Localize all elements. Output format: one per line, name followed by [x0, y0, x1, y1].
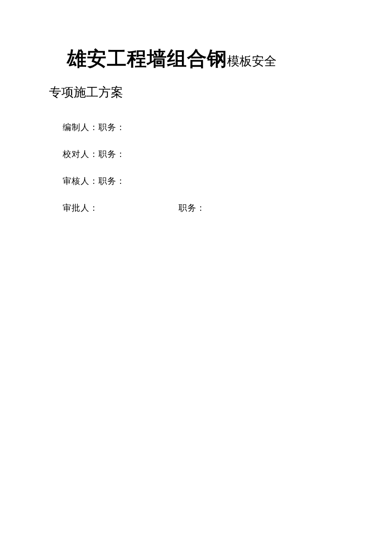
- info-compiler: 编制人：职务：: [63, 122, 343, 133]
- info-approver-line: 审批人： 职务：: [63, 202, 343, 214]
- title-large: 雄安工程墙组合钢: [67, 47, 227, 70]
- info-reviewer: 审核人：职务：: [63, 175, 343, 187]
- title-line: 雄安工程墙组合钢模板安全: [67, 47, 343, 70]
- document-page: 雄安工程墙组合钢模板安全 专项施工方案 编制人：职务： 校对人：职务： 审核人：…: [0, 0, 392, 214]
- info-block: 编制人：职务： 校对人：职务： 审核人：职务： 审批人： 职务：: [63, 122, 343, 214]
- info-proofreader: 校对人：职务：: [63, 148, 343, 160]
- info-approver-position: 职务：: [179, 202, 205, 214]
- subtitle: 专项施工方案: [49, 84, 343, 101]
- title-medium: 模板安全: [227, 54, 277, 68]
- info-approver: 审批人：: [63, 202, 179, 214]
